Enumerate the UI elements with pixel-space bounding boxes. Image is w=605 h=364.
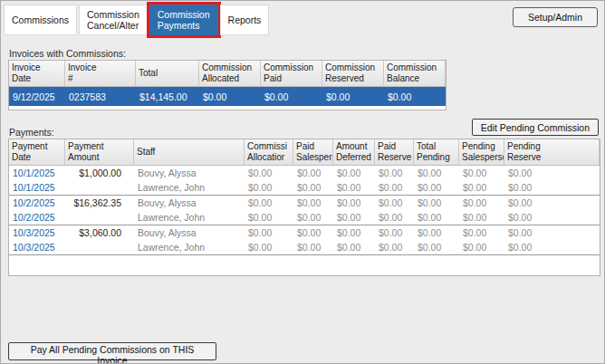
- column-header-text: Allocated: [202, 73, 257, 84]
- column-header-staff[interactable]: Staff: [134, 139, 245, 165]
- column-header-text: Amount: [68, 152, 130, 163]
- cell-paid-reserve: $0.00: [375, 168, 414, 178]
- invoices-table-header: InvoiceDateInvoice#TotalCommissionAlloca…: [9, 61, 446, 87]
- tab-commission-payments[interactable]: Commission Payments: [149, 5, 218, 35]
- cell-total-pending: $0.00: [414, 212, 459, 223]
- cell-commission-allocated: $0.00: [199, 91, 261, 102]
- cell-staff: Lawrence, John: [134, 212, 245, 223]
- column-header-total[interactable]: Total: [136, 61, 199, 86]
- cell-paid-reserve: $0.00: [375, 242, 414, 253]
- cell-amount-deferred: $0.00: [333, 242, 375, 253]
- column-header-text: Salespersc: [462, 152, 501, 163]
- cell-commission-balance: $0.00: [384, 91, 446, 102]
- cell-payment-date[interactable]: 10/3/2025: [9, 227, 65, 238]
- cell-payment-amount: $1,000.00: [65, 168, 134, 178]
- cell-invoice-number: 0237583: [65, 91, 136, 102]
- cell-staff: Bouvy, Alyssa: [134, 197, 245, 208]
- cell-pending-reserve: $0.00: [504, 168, 600, 178]
- cell-payment-date[interactable]: 10/3/2025: [9, 242, 65, 253]
- payments-table-header: PaymentDatePaymentAmountStaffCommissiAll…: [9, 139, 600, 166]
- payment-row[interactable]: 10/3/2025Lawrence, John$0.00$0.00$0.00$0…: [9, 240, 600, 255]
- cell-staff: Bouvy, Alyssa: [134, 227, 245, 238]
- payment-row[interactable]: 10/3/2025$3,060.00Bouvy, Alyssa$0.00$0.0…: [9, 225, 600, 240]
- cell-invoice-date: 9/12/2025: [9, 91, 65, 102]
- invoices-table: InvoiceDateInvoice#TotalCommissionAlloca…: [8, 60, 447, 110]
- column-header-total-pending[interactable]: TotalPending: [414, 139, 459, 165]
- cell-paid-reserve: $0.00: [375, 212, 414, 223]
- column-header-text: Pending: [462, 141, 501, 152]
- column-header-text: Deferred: [336, 152, 371, 163]
- tab-commission-cancel-alter[interactable]: Commission Cancel/Alter: [79, 5, 148, 35]
- cell-pending-salesperson: $0.00: [459, 182, 504, 193]
- column-header-text: Amount: [336, 141, 371, 152]
- cell-payment-amount: $16,362.35: [65, 197, 134, 208]
- column-header-payment-amount[interactable]: PaymentAmount: [65, 139, 134, 165]
- tab-reports[interactable]: Reports: [220, 5, 270, 35]
- tab-commissions[interactable]: Commissions: [4, 5, 77, 35]
- payments-section-label: Payments:: [9, 127, 54, 138]
- column-header-text: Commission: [387, 62, 442, 73]
- cell-payment-date[interactable]: 10/2/2025: [9, 197, 65, 208]
- app-window: Commissions Commission Cancel/Alter Comm…: [0, 0, 605, 364]
- column-header-invoice-date[interactable]: InvoiceDate: [9, 61, 65, 86]
- cell-payment-date[interactable]: 10/2/2025: [9, 212, 65, 223]
- cell-commission-allocation: $0.00: [245, 227, 293, 238]
- column-header-pending-salesperson[interactable]: PendingSalespersc: [459, 139, 504, 165]
- cell-commission-allocation: $0.00: [245, 182, 293, 193]
- edit-pending-commission-button[interactable]: Edit Pending Commission: [472, 119, 599, 136]
- column-header-commission-allocated[interactable]: CommissionAllocated: [199, 61, 261, 86]
- column-header-text: Paid: [264, 73, 319, 84]
- cell-total-pending: $0.00: [414, 227, 459, 238]
- column-header-text: Staff: [137, 147, 241, 158]
- column-header-commission-allocation[interactable]: CommissiAllocatior: [245, 139, 293, 165]
- column-header-text: Invoice: [12, 62, 62, 73]
- column-header-commission-balance[interactable]: CommissionBalance: [384, 61, 446, 86]
- column-header-paid-salesperson[interactable]: PaidSalespersc: [293, 139, 333, 165]
- column-header-text: Paid: [296, 141, 330, 152]
- cell-staff: Bouvy, Alyssa: [134, 168, 245, 178]
- payments-table-body: 10/1/2025$1,000.00Bouvy, Alyssa$0.00$0.0…: [9, 166, 600, 255]
- invoices-section-label: Invoices with Commissions:: [9, 48, 126, 59]
- column-header-amount-deferred[interactable]: AmountDeferred: [333, 139, 375, 165]
- cell-payment-date[interactable]: 10/1/2025: [9, 168, 65, 178]
- cell-commission-paid: $0.00: [261, 91, 322, 102]
- setup-admin-button[interactable]: Setup/Admin: [513, 7, 598, 27]
- column-header-text: Reserve: [378, 152, 410, 163]
- pay-all-pending-button[interactable]: Pay All Pending Commissions on THIS Invo…: [8, 342, 216, 360]
- cell-amount-deferred: $0.00: [333, 212, 375, 223]
- column-header-payment-date[interactable]: PaymentDate: [9, 139, 65, 165]
- cell-commission-allocation: $0.00: [245, 168, 293, 178]
- cell-staff: Lawrence, John: [134, 182, 245, 193]
- cell-pending-salesperson: $0.00: [459, 168, 504, 178]
- column-header-text: Date: [12, 73, 62, 84]
- cell-pending-reserve: $0.00: [504, 182, 600, 193]
- cell-total: $14,145.00: [136, 91, 199, 102]
- cell-paid-reserve: $0.00: [375, 227, 414, 238]
- column-header-text: Commission: [264, 62, 319, 73]
- column-header-commission-reserved[interactable]: CommissionReserved: [322, 61, 384, 86]
- cell-total-pending: $0.00: [414, 168, 459, 178]
- tab-label: Commission: [158, 9, 210, 20]
- payment-row[interactable]: 10/2/2025Lawrence, John$0.00$0.00$0.00$0…: [9, 210, 600, 225]
- invoices-table-body: 9/12/20250237583$14,145.00$0.00$0.00$0.0…: [9, 87, 446, 106]
- column-header-paid-reserve[interactable]: PaidReserve: [375, 139, 414, 165]
- payment-row[interactable]: 10/2/2025$16,362.35Bouvy, Alyssa$0.00$0.…: [9, 196, 600, 210]
- column-header-text: Paid: [378, 141, 410, 152]
- cell-total-pending: $0.00: [414, 242, 459, 253]
- cell-payment-date[interactable]: 10/1/2025: [9, 182, 65, 193]
- column-header-invoice-number[interactable]: Invoice#: [65, 61, 136, 86]
- cell-total-pending: $0.00: [414, 182, 459, 193]
- cell-amount-deferred: $0.00: [333, 197, 375, 208]
- cell-commission-allocation: $0.00: [245, 197, 293, 208]
- cell-amount-deferred: $0.00: [333, 227, 375, 238]
- column-header-text: Total: [139, 68, 196, 79]
- column-header-pending-reserve[interactable]: PendingReserve: [504, 139, 600, 165]
- tab-label: Payments: [158, 20, 210, 31]
- cell-total-pending: $0.00: [414, 197, 459, 208]
- payment-row[interactable]: 10/1/2025Lawrence, John$0.00$0.00$0.00$0…: [9, 180, 600, 196]
- cell-commission-allocation: $0.00: [245, 212, 293, 223]
- column-header-commission-paid[interactable]: CommissionPaid: [261, 61, 322, 86]
- payment-row[interactable]: 10/1/2025$1,000.00Bouvy, Alyssa$0.00$0.0…: [9, 166, 600, 180]
- cell-amount-deferred: $0.00: [333, 168, 375, 178]
- invoice-row[interactable]: 9/12/20250237583$14,145.00$0.00$0.00$0.0…: [9, 87, 446, 106]
